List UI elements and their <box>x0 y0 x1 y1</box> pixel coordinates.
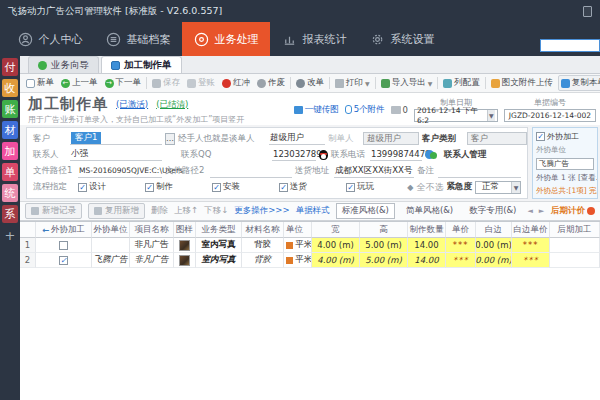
sidebar-item-5[interactable]: 单 <box>2 163 18 181</box>
prev-order-button[interactable]: ←上一单 <box>59 76 100 90</box>
post-process-cell[interactable] <box>550 253 600 268</box>
contact-field[interactable]: 小强 <box>70 148 162 161</box>
qq-field[interactable]: 123032789 <box>272 148 316 161</box>
path1-field[interactable]: MS-20160905QJVE:C:\Users <box>78 165 162 178</box>
move-up-button[interactable]: 上移↑ <box>174 205 198 217</box>
outsource-unit-field[interactable]: 飞腾广告 <box>536 158 594 170</box>
next-order-button[interactable]: →下一单 <box>103 76 144 90</box>
customer-picker-button[interactable]: … <box>165 133 175 145</box>
flow-checkbox-install[interactable] <box>212 183 221 192</box>
nav-tab-reports[interactable]: 报表统计 <box>270 22 358 56</box>
nav-tab-archives[interactable]: 基础档案 <box>94 22 182 56</box>
order-date-combo[interactable]: 2016-12-14 下午 6:2 ▼ <box>414 109 498 122</box>
nav-tab-business[interactable]: 业务处理 <box>182 22 270 56</box>
margin-cell[interactable]: 0.00 (m) <box>476 238 512 253</box>
style-tab-digital[interactable]: 数字专用(&) <box>464 204 521 218</box>
post-ledger-button[interactable]: 登账 <box>185 76 217 90</box>
copy-order-button[interactable]: 复制本单 <box>558 75 600 91</box>
add-record-button[interactable]: 新增记录 <box>25 203 82 219</box>
sidebar-item-4[interactable]: 加 <box>2 142 18 160</box>
column-config-button[interactable]: 列配置 <box>441 76 482 90</box>
project-cell[interactable]: 非凡广告 <box>130 238 174 253</box>
picture-cell[interactable] <box>174 253 196 268</box>
one-key-upload-button[interactable]: 一键传图 <box>294 104 339 116</box>
material-cell[interactable]: 背胶 <box>242 238 284 253</box>
outsource-count-link[interactable]: 外协单 1 张 [查看...] <box>536 173 598 183</box>
contact-manager-link[interactable]: 联系人管理 <box>444 149 487 161</box>
select-none-button[interactable]: 全不选 <box>417 181 444 194</box>
height-cell[interactable]: 5.00 (m) <box>360 238 408 253</box>
phone-field[interactable]: 13999874478 <box>370 148 422 161</box>
status-active-link[interactable]: (已激活) <box>116 99 148 111</box>
sidebar-add-button[interactable]: + <box>2 227 18 243</box>
margin-price-cell[interactable]: *** <box>512 253 550 268</box>
doc-no-field[interactable]: JGZD-2016-12-14-002 <box>504 109 596 122</box>
upload-attachment-button[interactable]: 图文附件上传 <box>489 76 555 90</box>
sidebar-item-1[interactable]: 收 <box>2 79 18 97</box>
margin-price-cell[interactable]: *** <box>512 238 550 253</box>
print-button[interactable]: 打印▼ <box>333 76 372 90</box>
remark-field[interactable] <box>438 165 521 178</box>
outsource-total-link[interactable]: 外协总共:[1项] 完成 <box>536 186 598 196</box>
more-actions-link[interactable]: 更多操作>>> <box>234 205 289 217</box>
import-export-button[interactable]: 导入导出▼ <box>379 76 435 90</box>
red-flush-button[interactable]: 红冲 <box>220 76 252 90</box>
unit-cell[interactable]: 平米 <box>284 253 312 268</box>
path2-field[interactable] <box>210 165 292 178</box>
post-process-cell[interactable] <box>550 238 600 253</box>
print-count[interactable]: 0 <box>391 105 408 115</box>
outsource-cell[interactable] <box>36 238 92 253</box>
price-cell[interactable]: *** <box>446 238 476 253</box>
sidebar-item-7[interactable]: 系 <box>2 205 18 223</box>
project-cell[interactable]: 非凡广告 <box>130 253 174 268</box>
nav-tab-settings[interactable]: 系统设置 <box>358 22 446 56</box>
flow-checkbox-make[interactable] <box>145 183 154 192</box>
unit-cell[interactable]: 平米 <box>284 238 312 253</box>
material-cell[interactable]: 背胶 <box>242 253 284 268</box>
customer-field[interactable]: 客户1 <box>70 132 162 145</box>
handler-field[interactable]: 超级用户 <box>269 132 325 145</box>
tab-work-order[interactable]: 加工制作单 <box>101 56 182 73</box>
modify-order-button[interactable]: 改单 <box>294 76 326 90</box>
clipboard-icon[interactable] <box>583 6 592 17</box>
outsource-unit-cell[interactable] <box>92 238 130 253</box>
sidebar-item-0[interactable]: 付 <box>2 58 18 76</box>
quick-search-input[interactable] <box>540 39 600 52</box>
biz-type-cell[interactable]: 室内写真 <box>196 238 242 253</box>
biz-type-cell[interactable]: 室内写真 <box>196 253 242 268</box>
margin-cell[interactable]: 0.00 (m) <box>476 253 512 268</box>
status-settled-link[interactable]: (已结清) <box>156 99 188 111</box>
save-button[interactable]: 保存 <box>150 76 182 90</box>
qq-penguin-icon[interactable] <box>319 150 328 160</box>
outsource-unit-cell[interactable]: 飞腾广告 <box>92 253 130 268</box>
row-checkbox[interactable] <box>59 241 68 250</box>
price-cell[interactable]: *** <box>446 253 476 268</box>
tab-business-wizard[interactable]: 业务向导 <box>28 56 99 73</box>
urgency-combo[interactable]: 正常▼ <box>475 181 521 194</box>
delete-row-button[interactable]: 删除 <box>151 205 168 217</box>
flow-checkbox-custom[interactable] <box>346 183 355 192</box>
outsource-checkbox[interactable] <box>536 132 545 141</box>
tab-scroll-left-icon[interactable]: ◄ <box>527 207 532 215</box>
move-down-button[interactable]: 下移↓ <box>204 205 228 217</box>
reuse-add-button[interactable]: 复用新增 <box>88 203 145 219</box>
flow-checkbox-deliver[interactable] <box>279 183 288 192</box>
flow-checkbox-design[interactable] <box>78 183 87 192</box>
attachments-button[interactable]: 5个附件 <box>345 104 385 116</box>
post-pricing-button[interactable]: 后期计价 <box>551 205 595 217</box>
qty-cell[interactable]: 14.00 <box>408 253 446 268</box>
style-tab-standard[interactable]: 标准风格(&) <box>336 203 395 219</box>
sidebar-item-3[interactable]: 材 <box>2 121 18 139</box>
address-field[interactable]: 成都XX区XX街XX号 <box>334 165 414 178</box>
width-cell[interactable]: 4.00 (m) <box>312 253 360 268</box>
picture-cell[interactable] <box>174 238 196 253</box>
new-order-button[interactable]: 新单 <box>24 76 56 90</box>
void-button[interactable]: 作废 <box>255 76 287 90</box>
doc-style-link[interactable]: 单据样式 <box>296 205 330 217</box>
tab-scroll-right-icon[interactable]: ► <box>539 207 544 215</box>
qty-cell[interactable]: 14.00 <box>408 238 446 253</box>
style-tab-simple[interactable]: 简单风格(&) <box>401 204 458 218</box>
height-cell[interactable]: 5.00 (m) <box>360 253 408 268</box>
outsource-cell[interactable] <box>36 253 92 268</box>
sidebar-item-2[interactable]: 账 <box>2 100 18 118</box>
